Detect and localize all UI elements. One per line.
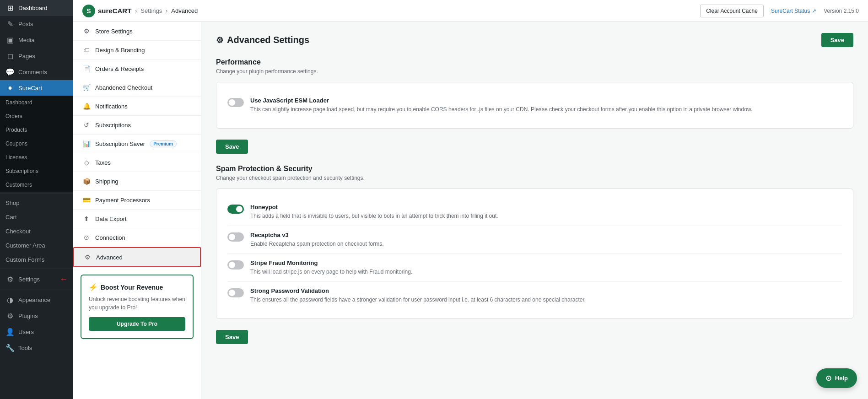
sidebar-item-label: Shop: [5, 200, 19, 206]
strong-password-toggle[interactable]: [227, 288, 244, 297]
nav-item-design-branding[interactable]: 🏷 Design & Branding: [73, 41, 201, 59]
nav-item-advanced[interactable]: ⚙ Advanced: [73, 247, 201, 267]
recaptcha-info: Recaptcha v3 Enable Recaptcha spam prote…: [250, 232, 842, 248]
stripe-fraud-desc: This will load stripe.js on every page t…: [250, 268, 842, 276]
honeypot-info: Honeypot This adds a field that is invis…: [250, 204, 842, 220]
honeypot-toggle[interactable]: [227, 205, 244, 214]
surecart-logo: S sureCART: [82, 5, 131, 17]
strong-password-slider: [227, 288, 244, 297]
settings-body: ⚙ Store Settings 🏷 Design & Branding 📄 O…: [73, 22, 868, 399]
sidebar-item-dashboard[interactable]: ⊞ Dashboard: [0, 0, 73, 16]
sidebar-item-label: Media: [18, 37, 34, 43]
sidebar-item-tools[interactable]: 🔧 Tools: [0, 340, 73, 356]
sidebar-item-users[interactable]: 👤 Users: [0, 324, 73, 340]
nav-item-data-export[interactable]: ⬆ Data Export: [73, 210, 201, 228]
help-fab-label: Help: [835, 375, 848, 382]
boost-title: ⚡ Boost Your Revenue: [89, 283, 185, 291]
nav-item-store-settings[interactable]: ⚙ Store Settings: [73, 22, 201, 41]
topbar: S sureCART › Settings › Advanced Clear A…: [73, 0, 868, 22]
help-fab-button[interactable]: ⊙ Help: [816, 368, 857, 388]
surecart-icon: ●: [5, 84, 15, 92]
sidebar-item-sc-dashboard[interactable]: Dashboard: [0, 96, 73, 109]
boost-description: Unlock revenue boosting features when yo…: [89, 295, 185, 312]
data-export-icon: ⬆: [82, 215, 91, 222]
nav-item-subscription-saver[interactable]: 📊 Subscription Saver Premium: [73, 135, 201, 153]
sidebar-item-subscriptions[interactable]: Subscriptions: [0, 164, 73, 178]
nav-item-abandoned-checkout[interactable]: 🛒 Abandoned Checkout: [73, 78, 201, 97]
sidebar-item-pages[interactable]: ◻ Pages: [0, 48, 73, 64]
stripe-fraud-toggle[interactable]: [227, 260, 244, 270]
nav-item-label: Subscription Saver: [95, 140, 145, 147]
save-top-button[interactable]: Save: [821, 33, 853, 47]
stripe-fraud-info: Stripe Fraud Monitoring This will load s…: [250, 259, 842, 276]
sidebar-item-customer-area[interactable]: Customer Area: [0, 238, 73, 253]
store-settings-icon: ⚙: [82, 27, 91, 35]
settings-sidebar: ⚙ Store Settings 🏷 Design & Branding 📄 O…: [73, 22, 201, 399]
esm-loader-toggle[interactable]: [227, 98, 244, 107]
sidebar-item-label: Appearance: [18, 297, 50, 303]
sidebar-item-coupons[interactable]: Coupons: [0, 137, 73, 151]
recaptcha-toggle[interactable]: [227, 232, 244, 242]
sidebar-item-checkout[interactable]: Checkout: [0, 224, 73, 238]
strong-password-label: Strong Password Validation: [250, 287, 842, 294]
surecart-status-link[interactable]: SureCart Status ↗: [771, 8, 816, 14]
clear-account-cache-button[interactable]: Clear Account Cache: [700, 5, 764, 17]
sidebar-item-customers[interactable]: Customers: [0, 178, 73, 192]
sidebar-item-cart[interactable]: Cart: [0, 210, 73, 224]
sidebar-item-licenses[interactable]: Licenses: [0, 151, 73, 164]
upgrade-to-pro-button[interactable]: Upgrade To Pro: [89, 317, 185, 331]
media-icon: ▣: [5, 36, 15, 44]
nav-item-label: Shipping: [95, 178, 119, 185]
premium-badge: Premium: [150, 140, 177, 147]
sidebar-item-plugins[interactable]: ⚙ Plugins: [0, 308, 73, 324]
breadcrumb-settings[interactable]: Settings: [140, 7, 162, 14]
recaptcha-label: Recaptcha v3: [250, 232, 842, 238]
wp-admin-sidebar: ⊞ Dashboard ✎ Posts ▣ Media ◻ Pages 💬 Co…: [0, 0, 73, 399]
sidebar-item-products[interactable]: Products: [0, 123, 73, 137]
nav-item-subscriptions[interactable]: ↺ Subscriptions: [73, 116, 201, 135]
design-branding-icon: 🏷: [82, 46, 91, 54]
stripe-fraud-label: Stripe Fraud Monitoring: [250, 259, 842, 266]
nav-item-label: Advanced: [96, 254, 123, 261]
nav-item-connection[interactable]: ⊙ Connection: [73, 228, 201, 247]
version-label: Version 2.15.0: [824, 8, 859, 14]
comments-icon: 💬: [5, 68, 15, 76]
nav-item-label: Store Settings: [95, 28, 133, 35]
advanced-icon: ⚙: [83, 253, 92, 261]
surecart-status-label: SureCart Status: [771, 8, 810, 14]
save-performance-button[interactable]: Save: [216, 140, 248, 154]
subscriptions-icon: ↺: [82, 121, 91, 129]
nav-item-label: Data Export: [95, 216, 127, 222]
nav-item-notifications[interactable]: 🔔 Notifications: [73, 97, 201, 116]
sidebar-item-shop[interactable]: Shop: [0, 196, 73, 210]
sidebar-item-custom-forms[interactable]: Custom Forms: [0, 253, 73, 267]
nav-item-taxes[interactable]: ◇ Taxes: [73, 153, 201, 172]
sidebar-item-comments[interactable]: 💬 Comments: [0, 64, 73, 80]
sidebar-item-appearance[interactable]: ◑ Appearance: [0, 292, 73, 308]
sidebar-item-label: SureCart: [18, 85, 42, 92]
nav-item-label: Design & Branding: [95, 47, 145, 54]
sidebar-item-settings[interactable]: ⚙ Settings ←: [0, 271, 73, 288]
sidebar-item-label: Dashboard: [5, 99, 32, 106]
sidebar-item-label: Checkout: [5, 228, 31, 235]
sidebar-item-label: Settings: [18, 276, 40, 283]
nav-item-shipping[interactable]: 📦 Shipping: [73, 172, 201, 191]
sidebar-item-surecart[interactable]: ● SureCart: [0, 80, 73, 96]
esm-loader-slider: [227, 98, 244, 107]
sidebar-item-posts[interactable]: ✎ Posts: [0, 16, 73, 32]
sidebar-item-orders[interactable]: Orders: [0, 109, 73, 123]
stripe-fraud-slider: [227, 260, 244, 270]
spam-section-title: Spam Protection & Security: [216, 165, 853, 173]
breadcrumb-sep-1: ›: [135, 8, 137, 14]
nav-item-orders-receipts[interactable]: 📄 Orders & Receipts: [73, 59, 201, 78]
nav-item-label: Orders & Receipts: [95, 65, 144, 72]
spam-card: Honeypot This adds a field that is invis…: [216, 189, 853, 319]
save-spam-button[interactable]: Save: [216, 330, 248, 344]
plugins-icon: ⚙: [5, 312, 15, 320]
sidebar-item-media[interactable]: ▣ Media: [0, 32, 73, 48]
sidebar-item-label: Dashboard: [18, 5, 48, 11]
nav-item-payment-processors[interactable]: 💳 Payment Processors: [73, 191, 201, 210]
breadcrumb-sep-2: ›: [166, 8, 167, 14]
sidebar-item-label: Tools: [18, 345, 32, 351]
page-title: ⚙ Advanced Settings: [216, 35, 309, 45]
